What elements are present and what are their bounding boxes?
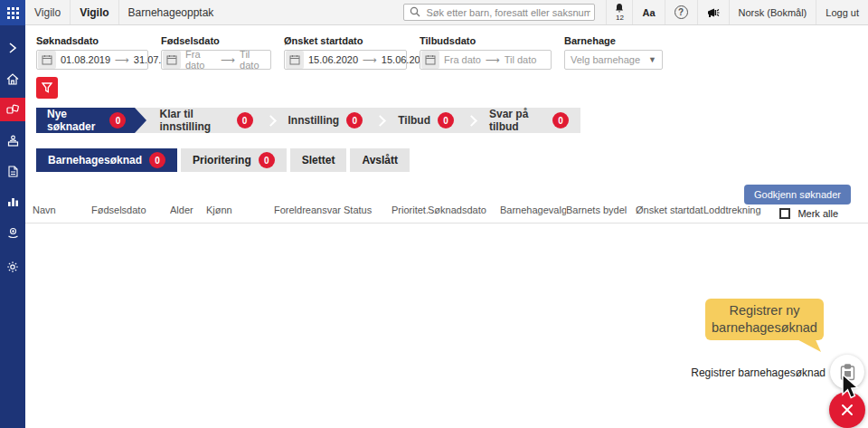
- date-range-input[interactable]: 01.08.2019 ⟶ 31.07.2020: [36, 50, 148, 70]
- payment-icon[interactable]: [0, 221, 25, 244]
- column-header-soknadsdato[interactable]: Søknadsdato: [428, 204, 500, 215]
- column-header-alder[interactable]: Alder: [170, 204, 206, 215]
- step-nye-soknader[interactable]: Nye søknader 0: [36, 108, 135, 133]
- column-header-foreldreansvar[interactable]: Foreldreansvar: [274, 204, 344, 215]
- apps-grid-icon[interactable]: [0, 0, 25, 25]
- bell-icon: [614, 3, 625, 14]
- step-label: Klar til innstilling: [159, 108, 229, 133]
- filter-row: Søknadsdato 01.08.2019 ⟶ 31.07.2020 Føds…: [36, 35, 868, 70]
- filter-onsket-startdato: Ønsket startdato 15.06.2020 ⟶ 15.06.2020…: [284, 35, 407, 70]
- tabs: Barnehagesøknad 0 Prioritering 0 Slettet…: [36, 148, 868, 172]
- step-tilbud[interactable]: Tilbud 0: [386, 108, 466, 133]
- chevron-separator-icon: [374, 115, 386, 127]
- pipeline-steps: Nye søknader 0 Klar til innstilling 0 In…: [36, 108, 580, 133]
- brand-name: Vigilo: [25, 0, 70, 24]
- step-label: Tilbud: [398, 114, 430, 127]
- notifications-button[interactable]: 12: [607, 0, 632, 24]
- step-svar-pa-tilbud[interactable]: Svar på tilbud 0: [477, 108, 580, 133]
- date-from-placeholder[interactable]: Fra dato: [185, 49, 216, 71]
- announcements-button[interactable]: [698, 0, 729, 24]
- calendar-icon[interactable]: [421, 51, 439, 69]
- select-all-row: Merk alle: [779, 208, 838, 219]
- step-label: Nye søknader: [47, 108, 102, 133]
- date-from[interactable]: 15.06.2020: [308, 54, 358, 65]
- table-header-row: Navn Fødselsdato Alder Kjønn Foreldreans…: [25, 183, 868, 224]
- column-header-barnehagevalg[interactable]: Barnehagevalg: [500, 204, 566, 215]
- sidebar-item-barnehageopptak[interactable]: [0, 98, 25, 121]
- calendar-icon[interactable]: [163, 51, 181, 69]
- calendar-icon[interactable]: [286, 51, 304, 69]
- calendar-icon[interactable]: [38, 51, 56, 69]
- expand-chevron-icon[interactable]: [0, 36, 25, 60]
- register-application-button[interactable]: [830, 355, 864, 389]
- search-icon: [410, 6, 420, 20]
- date-range-input[interactable]: Fra dato ⟶ Til dato: [161, 50, 271, 70]
- date-range-input[interactable]: Fra dato ⟶ Til dato: [420, 50, 552, 70]
- select-all-checkbox[interactable]: [779, 208, 790, 219]
- help-button[interactable]: ?: [665, 0, 697, 24]
- range-arrow-icon: ⟶: [486, 54, 500, 66]
- count-badge: 0: [109, 112, 126, 128]
- barnehage-select[interactable]: Velg barnehage ▼: [564, 50, 663, 70]
- column-header-navn[interactable]: Navn: [33, 204, 91, 215]
- date-to-placeholder[interactable]: Til dato: [240, 49, 267, 71]
- close-fab-button[interactable]: [829, 392, 865, 428]
- home-icon[interactable]: [0, 67, 25, 90]
- search-wrap: [403, 4, 595, 21]
- search-input[interactable]: [403, 4, 595, 21]
- app-name: Vigilo: [71, 0, 118, 24]
- tab-label: Avslått: [362, 154, 398, 166]
- column-header-barnets-bydel[interactable]: Barnets bydel: [566, 204, 636, 215]
- sidebar: [0, 0, 25, 428]
- gear-icon[interactable]: [0, 255, 25, 279]
- clipboard-icon: [840, 364, 855, 381]
- close-icon: [841, 404, 854, 416]
- date-range-input[interactable]: 15.06.2020 ⟶ 15.06.2020 ✕: [284, 50, 407, 70]
- column-header-kjonn[interactable]: Kjønn: [206, 204, 274, 215]
- column-header-loddtrekning[interactable]: Loddtrekning: [703, 204, 767, 215]
- count-badge: 0: [346, 112, 363, 128]
- range-arrow-icon: ⟶: [221, 54, 235, 66]
- step-label: Innstilling: [288, 114, 340, 127]
- tab-barnehagesoknad[interactable]: Barnehagesøknad 0: [36, 148, 177, 172]
- fab-tooltip: Registrer ny barnehagesøknad: [705, 299, 824, 340]
- apply-filter-button[interactable]: [36, 77, 58, 99]
- document-icon[interactable]: [0, 159, 25, 183]
- text-size-button[interactable]: Aa: [633, 0, 664, 24]
- filter-tilbudsdato: Tilbudsdato Fra dato ⟶ Til dato: [420, 35, 552, 70]
- filter-label: Barnehage: [564, 35, 663, 46]
- step-innstilling[interactable]: Innstilling 0: [277, 108, 375, 133]
- column-header-onsket-startdato[interactable]: Ønsket startdato: [636, 204, 703, 215]
- date-from-placeholder[interactable]: Fra dato: [444, 54, 481, 65]
- tab-label: Slettet: [302, 154, 335, 166]
- tab-slettet[interactable]: Slettet: [290, 148, 347, 172]
- range-arrow-icon: ⟶: [363, 54, 377, 66]
- column-header-prioritet[interactable]: Prioritet...: [392, 204, 428, 215]
- column-header-status[interactable]: Status: [344, 204, 392, 215]
- applications-table: Godkjenn søknader Merk alle Navn Fødsels…: [25, 183, 868, 224]
- column-header-fodselsdato[interactable]: Fødselsdato: [91, 204, 170, 215]
- filter-barnehage: Barnehage Velg barnehage ▼: [564, 35, 663, 70]
- select-placeholder: Velg barnehage: [571, 54, 640, 65]
- megaphone-icon: [707, 7, 720, 18]
- tab-avslatt[interactable]: Avslått: [350, 148, 410, 172]
- date-from[interactable]: 01.08.2019: [61, 54, 110, 65]
- breadcrumb-module: Barnehageopptak: [119, 0, 223, 24]
- approve-applications-button[interactable]: Godkjenn søknader: [744, 185, 851, 204]
- filter-fodselsdato: Fødselsdato Fra dato ⟶ Til dato: [161, 35, 271, 70]
- register-application-label: Registrer barnehagesøknad: [691, 366, 826, 379]
- language-selector[interactable]: Norsk (Bokmål): [730, 0, 816, 24]
- person-desk-icon[interactable]: [0, 128, 25, 152]
- help-icon: ?: [675, 5, 688, 19]
- chevron-separator-icon: [265, 115, 277, 127]
- filter-funnel-icon: [42, 82, 52, 93]
- date-to-placeholder[interactable]: Til dato: [505, 54, 537, 65]
- filter-label: Søknadsdato: [36, 35, 148, 46]
- bar-chart-icon[interactable]: [0, 190, 25, 214]
- tab-prioritering[interactable]: Prioritering 0: [181, 148, 287, 172]
- tooltip-tail: [788, 336, 821, 352]
- step-klar-til-innstilling[interactable]: Klar til innstilling 0: [147, 108, 264, 133]
- count-badge: 0: [149, 152, 165, 168]
- logout-button[interactable]: Logg ut: [816, 0, 868, 24]
- filter-label: Fødselsdato: [161, 35, 271, 46]
